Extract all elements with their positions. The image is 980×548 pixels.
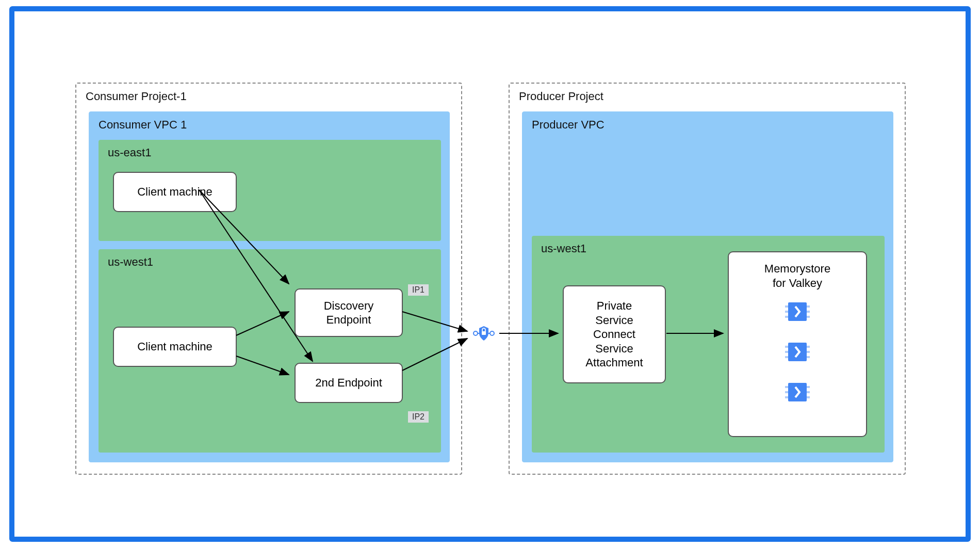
producer-project: Producer Project Producer VPC us-west1 P… xyxy=(509,83,906,475)
consumer-project: Consumer Project-1 Consumer VPC 1 us-eas… xyxy=(75,83,462,475)
outer-frame: Google Cloud Consumer Project-1 Consumer… xyxy=(9,6,971,542)
svg-rect-18 xyxy=(807,386,810,388)
discovery-endpoint: Discovery Endpoint xyxy=(295,288,403,337)
valkey-chip-icon xyxy=(783,297,812,326)
valkey-chip-icon xyxy=(783,378,812,407)
producer-vpc: Producer VPC us-west1 Private Service Co… xyxy=(522,111,893,462)
svg-rect-10 xyxy=(785,356,788,358)
svg-rect-1 xyxy=(785,305,788,308)
header-logo: Google Cloud xyxy=(27,15,124,33)
brand-cloud: Cloud xyxy=(83,15,123,33)
psc-attachment-label: Private Service Connect Service Attachme… xyxy=(585,299,643,370)
svg-rect-9 xyxy=(785,351,788,353)
svg-rect-15 xyxy=(785,386,788,388)
producer-region: us-west1 Private Service Connect Service… xyxy=(532,236,885,453)
svg-point-21 xyxy=(473,331,478,335)
client-machine-east-label: Client machine xyxy=(137,185,213,199)
svg-point-22 xyxy=(490,331,494,335)
svg-rect-25 xyxy=(482,331,486,335)
svg-rect-14 xyxy=(788,383,807,401)
svg-rect-4 xyxy=(807,305,810,308)
svg-rect-19 xyxy=(807,391,810,393)
consumer-region-east-label: us-east1 xyxy=(99,140,441,159)
svg-rect-16 xyxy=(785,391,788,393)
svg-rect-0 xyxy=(788,302,807,321)
svg-rect-12 xyxy=(807,351,810,353)
svg-rect-8 xyxy=(785,346,788,348)
brand-google: Google xyxy=(27,15,80,33)
consumer-region-west-label: us-west1 xyxy=(99,249,441,269)
ip2-tag: IP2 xyxy=(408,411,429,423)
consumer-region-west: us-west1 Client machine Discovery Endpoi… xyxy=(99,249,441,453)
svg-rect-2 xyxy=(785,311,788,313)
svg-rect-5 xyxy=(807,311,810,313)
memorystore-label: Memorystore for Valkey xyxy=(764,262,830,290)
discovery-endpoint-label: Discovery Endpoint xyxy=(324,299,374,327)
valkey-chip-icon xyxy=(783,337,812,366)
consumer-project-label: Consumer Project-1 xyxy=(76,84,461,103)
svg-rect-7 xyxy=(788,343,807,361)
consumer-vpc-label: Consumer VPC 1 xyxy=(89,112,449,132)
diagram-canvas: Consumer Project-1 Consumer VPC 1 us-eas… xyxy=(24,36,956,527)
psc-shield-icon xyxy=(471,321,496,346)
consumer-vpc: Consumer VPC 1 us-east1 Client machine u… xyxy=(89,111,450,462)
svg-rect-11 xyxy=(807,346,810,348)
client-machine-west-label: Client machine xyxy=(137,340,213,354)
svg-rect-20 xyxy=(807,396,810,398)
consumer-region-east: us-east1 Client machine xyxy=(99,140,441,241)
producer-project-label: Producer Project xyxy=(510,84,905,103)
psc-attachment: Private Service Connect Service Attachme… xyxy=(563,285,666,383)
ip1-tag: IP1 xyxy=(408,284,429,296)
second-endpoint-label: 2nd Endpoint xyxy=(315,376,382,390)
second-endpoint: 2nd Endpoint xyxy=(295,363,403,403)
memorystore-valkey: Memorystore for Valkey xyxy=(728,251,867,437)
svg-rect-17 xyxy=(785,396,788,398)
valkey-instances xyxy=(783,297,812,407)
svg-rect-3 xyxy=(785,316,788,318)
svg-rect-13 xyxy=(807,356,810,358)
client-machine-east: Client machine xyxy=(113,172,237,212)
client-machine-west: Client machine xyxy=(113,327,237,367)
producer-vpc-label: Producer VPC xyxy=(522,112,893,132)
svg-rect-6 xyxy=(807,316,810,318)
